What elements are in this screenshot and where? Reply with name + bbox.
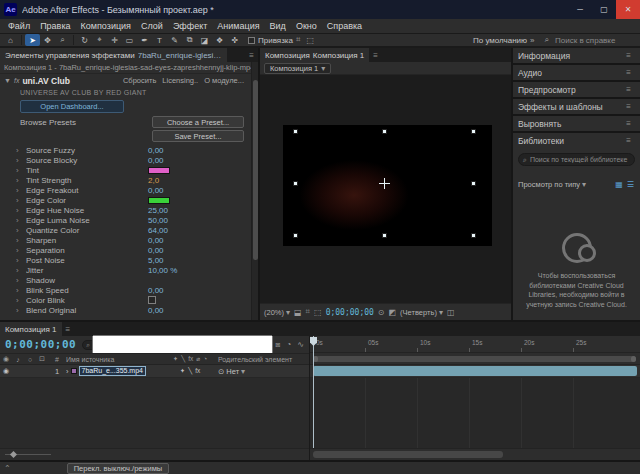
current-timecode[interactable]: 0;00;00;00 [5, 338, 76, 351]
roto-brush-tool-icon[interactable]: ❖ [212, 34, 227, 46]
property-value[interactable]: 0,00 [148, 236, 164, 245]
composition-mini-flowchart-icon[interactable]: ⧈ [275, 340, 280, 350]
twirl-icon[interactable]: › [16, 156, 26, 165]
snap-checkbox[interactable] [248, 37, 255, 44]
save-preset-button[interactable]: Save Preset... [152, 130, 244, 142]
eye-column-icon[interactable]: ◉ [0, 355, 12, 363]
panel-menu-icon[interactable]: ≡ [62, 322, 75, 336]
menu-layer[interactable]: Слой [136, 21, 168, 31]
unified-camera-tool-icon[interactable]: ⌖ [92, 34, 107, 46]
maximize-button[interactable]: ▢ [592, 0, 616, 19]
selection-tool-icon[interactable]: ➤ [25, 34, 40, 46]
twirl-icon[interactable]: › [16, 186, 26, 195]
twirl-icon[interactable]: › [16, 216, 26, 225]
snapshot-icon[interactable]: ⊙ [378, 308, 385, 317]
time-ruler[interactable]: 0s 05s 10s 15s 20s 25s [310, 336, 640, 353]
mask-shape-tool-icon[interactable]: ▭ [122, 34, 137, 46]
view-by-type-dropdown[interactable]: Просмотр по типу [518, 180, 580, 189]
panel-menu-icon[interactable]: ≡ [622, 51, 635, 60]
mask-visibility-icon[interactable]: ⬚ [303, 36, 317, 45]
eraser-tool-icon[interactable]: ◪ [197, 34, 212, 46]
layer-name[interactable]: 7baRu_e...355.mp4 [79, 366, 147, 376]
safe-areas-icon[interactable]: ⬓ [294, 308, 302, 317]
minimize-button[interactable]: ─ [568, 0, 592, 19]
pen-tool-icon[interactable]: ✒ [137, 34, 152, 46]
tab-timeline-composition[interactable]: Композиция 1 [0, 322, 62, 336]
work-area-bar[interactable] [313, 356, 636, 362]
solo-column-icon[interactable]: ○ [24, 356, 36, 363]
twirl-icon[interactable]: › [16, 196, 26, 205]
quality-switch-icon[interactable]: ✦ [173, 355, 178, 363]
graph-editor-icon[interactable]: ∿ [297, 340, 304, 349]
panel-menu-icon[interactable]: ≡ [369, 48, 382, 62]
twirl-icon[interactable]: › [16, 256, 26, 265]
twirl-icon[interactable]: › [16, 296, 26, 305]
selection-handle-mid-right[interactable] [471, 181, 476, 186]
twirl-icon[interactable]: › [16, 166, 26, 175]
pan-behind-tool-icon[interactable]: ✛ [107, 34, 122, 46]
menu-composition[interactable]: Композиция [76, 21, 136, 31]
open-dashboard-button[interactable]: Open Dashboard... [20, 100, 124, 113]
channels-icon[interactable]: ◩ [389, 308, 397, 317]
layer-fx-switch[interactable]: fx [195, 367, 200, 375]
layer-parent-value[interactable]: Нет [226, 367, 239, 376]
panel-menu-icon[interactable]: ≡ [245, 48, 258, 62]
property-value[interactable]: 64,00 [148, 226, 168, 235]
list-view-icon[interactable]: ☰ [626, 180, 635, 189]
workspace-overflow-icon[interactable]: » [527, 36, 537, 45]
menu-file[interactable]: Файл [3, 21, 35, 31]
twirl-icon[interactable]: › [16, 306, 26, 315]
playhead[interactable] [313, 336, 314, 448]
close-button[interactable]: ✕ [616, 0, 640, 19]
zoom-tool-icon[interactable]: ⌕ [55, 34, 70, 46]
region-of-interest-icon[interactable]: ⬚ [314, 308, 322, 317]
twirl-icon[interactable]: › [16, 206, 26, 215]
twirl-open-icon[interactable]: ▼ [4, 77, 11, 84]
twirl-icon[interactable]: › [16, 266, 26, 275]
property-value[interactable]: 50,00 [148, 216, 168, 225]
vertical-scrollbar[interactable] [251, 62, 258, 320]
edge-color-swatch[interactable] [148, 197, 170, 204]
panel-tab-audio[interactable]: Аудио ≡ [513, 65, 640, 80]
puppet-tool-icon[interactable]: ✜ [227, 34, 242, 46]
property-value[interactable]: 0,00 [148, 146, 164, 155]
toggle-switches-modes-button[interactable]: Перекл. выключ./режимы [67, 463, 169, 474]
zoom-slider-knob[interactable] [10, 451, 17, 458]
fx-switch-icon[interactable]: fx [188, 355, 193, 363]
property-value[interactable]: 10,00 % [148, 266, 177, 275]
property-value[interactable]: 0,00 [148, 186, 164, 195]
resolution-dropdown[interactable]: (Четверть) ▾ [400, 308, 443, 317]
twirl-icon[interactable]: › [16, 276, 26, 285]
parent-pickwhip-icon[interactable]: ⊙ [218, 367, 224, 376]
property-value[interactable]: 0,00 [148, 246, 164, 255]
tab-effect-controls[interactable]: Элементы управления эффектами 7baRu_enri… [0, 48, 227, 62]
layer-duration-bar[interactable] [313, 366, 637, 376]
parent-column-header[interactable]: Родительский элемент [218, 356, 310, 363]
composition-viewport[interactable] [260, 75, 511, 303]
brush-tool-icon[interactable]: ✎ [167, 34, 182, 46]
layer-quality-switch[interactable]: ✦ [180, 367, 185, 375]
frame-blend-switch-icon[interactable]: ╲ [181, 355, 185, 363]
color-blink-checkbox[interactable] [148, 296, 156, 304]
motion-blur-switch-icon[interactable]: ⌀ [196, 355, 200, 363]
property-value[interactable]: 0,00 [148, 286, 164, 295]
menu-effect[interactable]: Эффект [168, 21, 212, 31]
timeline-zoom-slider[interactable] [5, 454, 51, 455]
twirl-icon[interactable]: › [16, 146, 26, 155]
library-search-input[interactable] [530, 156, 630, 163]
snap-label[interactable]: Привязка [258, 36, 293, 45]
lock-column-icon[interactable]: ⊡ [36, 355, 48, 363]
fx-badge-icon[interactable]: fx [14, 77, 19, 84]
twirl-icon[interactable]: › [16, 226, 26, 235]
grid-options-icon[interactable]: ⌗ [293, 35, 304, 45]
panel-menu-icon[interactable]: ≡ [622, 102, 635, 111]
source-name-column-header[interactable]: Имя источника [66, 356, 162, 363]
layer-frame-blend-switch[interactable]: ╲ [188, 367, 192, 375]
chevron-down-icon[interactable]: ▾ [241, 367, 245, 376]
panel-tab-preview[interactable]: Предпросмотр ≡ [513, 82, 640, 97]
panel-tab-effects-presets[interactable]: Эффекты и шаблоны ≡ [513, 99, 640, 114]
property-value[interactable]: 0,00 [148, 306, 164, 315]
selection-handle-bottom-left[interactable] [293, 233, 298, 238]
preview-timecode[interactable]: 0;00;00;00 [326, 308, 374, 317]
layer-eye-icon[interactable]: ◉ [0, 367, 12, 375]
